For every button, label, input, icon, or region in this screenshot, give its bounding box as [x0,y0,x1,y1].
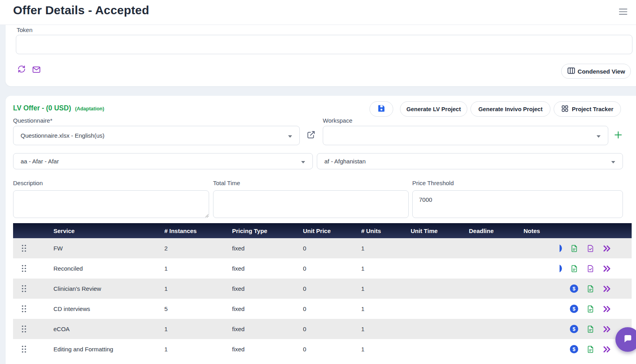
units-cell: 1 [361,265,411,272]
service-cell: FW [53,245,164,252]
workspace-select[interactable] [323,126,608,145]
double-chevron-icon[interactable] [603,326,611,333]
project-tracker-button[interactable]: Project Tracker [554,101,621,117]
dollar-icon[interactable]: $ [560,244,562,252]
double-chevron-icon[interactable] [603,305,611,313]
offer-badge: (Adaptation) [75,106,105,112]
save-button[interactable] [369,101,393,117]
questionnaire-select[interactable]: Questionnaire.xlsx - English(us) [13,126,300,145]
svg-text:$: $ [573,286,576,292]
instances-cell: 5 [164,305,232,312]
service-cell: CD interviews [53,305,164,312]
drag-handle-icon[interactable] [21,345,27,353]
column-header-pricing-type: Pricing Type [232,228,303,234]
document-check-icon[interactable] [586,265,594,273]
column-header-notes: Notes [524,228,560,234]
offer-title: LV Offer - (0 USD)(Adaptation) [13,104,104,112]
external-link-icon[interactable] [307,130,316,140]
unit-price-cell: 0 [303,346,361,353]
chat-icon [623,334,633,346]
services-table-body: FW2fixed01$Reconciled1fixed01$Clinician'… [13,238,632,359]
drag-handle-icon[interactable] [21,284,27,293]
pricing-type-cell: fixed [232,245,303,252]
language-value: aa - Afar - Afar [21,158,59,165]
grid-icon [561,105,569,114]
questionnaire-value: Questionnaire.xlsx - English(us) [21,132,105,139]
columns-icon [567,66,575,76]
column-header-unit-time: Unit Time [411,228,469,234]
document-icon[interactable] [586,325,594,333]
units-cell: 1 [361,245,411,252]
units-cell: 1 [361,305,411,312]
double-chevron-icon[interactable] [603,265,611,272]
pricing-type-cell: fixed [232,326,303,332]
double-chevron-icon[interactable] [603,285,611,292]
description-textarea[interactable] [13,190,209,218]
condensed-view-button[interactable]: Condensed View [561,64,631,79]
pricing-type-cell: fixed [232,305,303,312]
document-icon[interactable] [586,345,594,353]
document-icon[interactable] [570,265,578,273]
refresh-icon[interactable] [17,65,26,74]
token-card: Token Condensed View [6,25,636,86]
unit-price-cell: 0 [303,245,361,252]
svg-text:$: $ [573,346,576,352]
project-tracker-label: Project Tracker [572,106,613,112]
pricing-type-cell: fixed [232,285,303,292]
column-header-instances: # Instances [164,228,232,234]
language-select[interactable]: aa - Afar - Afar [13,153,313,169]
document-icon[interactable] [586,305,594,313]
table-row: Editing and Formatting1fixed01$ [13,339,632,359]
generate-lv-project-label: Generate LV Project [406,106,461,112]
instances-cell: 2 [164,245,232,252]
units-cell: 1 [361,326,411,332]
questionnaire-label: Questionnaire* [13,117,52,124]
column-header-deadline: Deadline [469,228,524,234]
dollar-icon[interactable]: $ [570,284,578,293]
price-threshold-input[interactable] [412,190,623,218]
dollar-icon[interactable]: $ [560,264,562,273]
token-label: Token [17,27,32,33]
plus-icon[interactable] [613,130,623,140]
table-row: FW2fixed01$ [13,238,632,258]
drag-handle-icon[interactable] [21,264,27,273]
chevron-down-icon [596,132,601,139]
total-time-label: Total Time [213,180,240,186]
chevron-down-icon [301,158,305,165]
column-header-unit-price: Unit Price [303,228,361,234]
document-icon[interactable] [570,245,578,252]
services-table-header: Service # Instances Pricing Type Unit Pr… [13,223,632,238]
total-time-input[interactable] [213,190,409,218]
dollar-icon[interactable]: $ [570,345,578,353]
document-check-icon[interactable] [586,245,594,252]
document-icon[interactable] [586,285,594,293]
dollar-icon[interactable]: $ [570,305,578,313]
units-cell: 1 [361,285,411,292]
service-cell: eCOA [53,326,164,332]
services-table: Service # Instances Pricing Type Unit Pr… [13,223,632,359]
page-title: Offer Details - Accepted [13,4,149,17]
offer-title-text: LV Offer - (0 USD) [13,104,71,112]
mail-icon[interactable] [32,65,41,74]
unit-price-cell: 0 [303,326,361,332]
generate-lv-project-button[interactable]: Generate LV Project [400,101,467,117]
generate-invivo-project-label: Generate Invivo Project [478,106,543,112]
instances-cell: 1 [164,285,232,292]
service-cell: Clinician's Review [53,285,164,292]
drag-handle-icon[interactable] [21,305,27,313]
double-chevron-icon[interactable] [603,346,611,353]
pricing-type-cell: fixed [232,346,303,353]
double-chevron-icon[interactable] [603,245,611,252]
drag-handle-icon[interactable] [21,244,27,252]
svg-text:$: $ [573,326,576,332]
chevron-down-icon [288,132,292,139]
token-input[interactable] [16,35,632,54]
menu-icon[interactable] [619,8,628,15]
generate-invivo-project-button[interactable]: Generate Invivo Project [470,101,550,117]
country-select[interactable]: af - Afghanistan [317,153,623,169]
drag-handle-icon[interactable] [21,325,27,333]
column-header-service: Service [53,228,164,234]
unit-price-cell: 0 [303,285,361,292]
service-cell: Editing and Formatting [53,346,164,353]
dollar-icon[interactable]: $ [570,325,578,333]
